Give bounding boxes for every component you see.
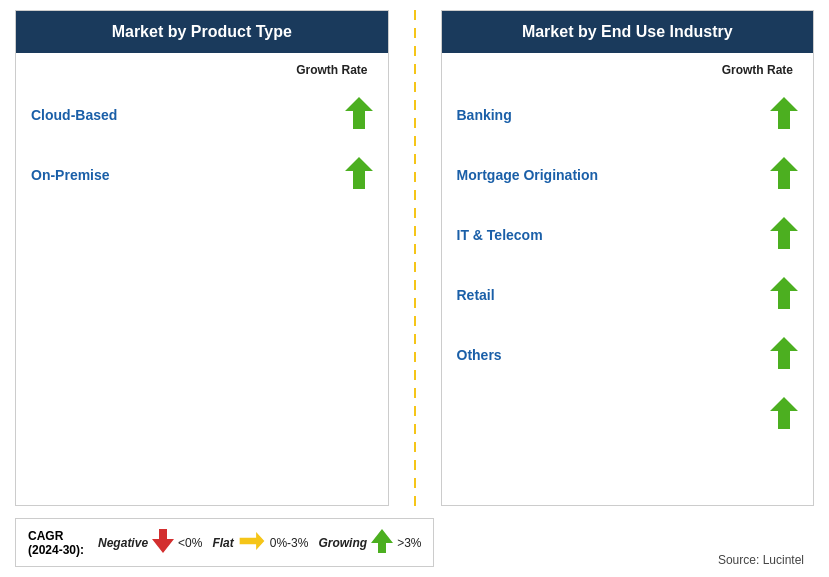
svg-marker-4 <box>770 217 798 249</box>
svg-marker-1 <box>345 157 373 189</box>
item-label-banking: Banking <box>457 107 512 123</box>
green-arrow-sm-icon <box>371 527 393 558</box>
list-item: IT & Telecom <box>457 205 799 265</box>
growing-label: Growing <box>318 536 367 550</box>
left-panel-title: Market by Product Type <box>16 11 388 53</box>
list-item: Cloud-Based <box>31 85 373 145</box>
source-label: Source: Lucintel <box>718 553 814 567</box>
left-growth-rate-label: Growth Rate <box>31 63 373 77</box>
right-panel: Market by End Use Industry Growth Rate B… <box>441 10 815 506</box>
item-label-retail: Retail <box>457 287 495 303</box>
panels-wrapper: Market by Product Type Growth Rate Cloud… <box>15 10 814 506</box>
flat-label: Flat <box>212 536 233 550</box>
legend-box: CAGR(2024-30): Negative <0% Flat <box>15 518 434 567</box>
bottom-section: CAGR(2024-30): Negative <0% Flat <box>15 510 814 567</box>
arrow-up-icon <box>770 215 798 255</box>
item-label-others: Others <box>457 347 502 363</box>
svg-marker-6 <box>770 337 798 369</box>
arrow-up-icon <box>770 335 798 375</box>
list-item: Retail <box>457 265 799 325</box>
arrow-up-icon <box>770 155 798 195</box>
right-panel-body: Growth Rate Banking Mortgage Origination <box>442 53 814 505</box>
main-container: Market by Product Type Growth Rate Cloud… <box>0 0 829 577</box>
list-item: Others <box>457 325 799 385</box>
left-panel: Market by Product Type Growth Rate Cloud… <box>15 10 389 506</box>
list-item: Banking <box>457 85 799 145</box>
right-panel-title: Market by End Use Industry <box>442 11 814 53</box>
svg-marker-8 <box>152 529 174 553</box>
cagr-label: CAGR(2024-30): <box>28 529 84 557</box>
item-label-it-telecom: IT & Telecom <box>457 227 543 243</box>
svg-marker-0 <box>345 97 373 129</box>
item-label-onpremise: On-Premise <box>31 167 110 183</box>
arrow-up-icon <box>770 95 798 135</box>
yellow-arrow-icon <box>238 530 266 555</box>
list-item <box>457 385 799 445</box>
arrow-up-icon <box>345 155 373 195</box>
legend-growing: Growing >3% <box>318 527 421 558</box>
svg-marker-7 <box>770 397 798 429</box>
flat-value: 0%-3% <box>270 536 309 550</box>
item-label-cloud: Cloud-Based <box>31 107 117 123</box>
legend-negative: Negative <0% <box>98 527 202 558</box>
red-arrow-icon <box>152 527 174 558</box>
dashed-divider <box>414 10 416 506</box>
list-item: Mortgage Origination <box>457 145 799 205</box>
svg-marker-3 <box>770 157 798 189</box>
right-growth-rate-label: Growth Rate <box>457 63 799 77</box>
svg-marker-10 <box>371 529 393 553</box>
item-label-mortgage: Mortgage Origination <box>457 167 599 183</box>
left-panel-body: Growth Rate Cloud-Based On-Premise <box>16 53 388 505</box>
growing-value: >3% <box>397 536 421 550</box>
arrow-up-icon <box>770 275 798 315</box>
svg-marker-2 <box>770 97 798 129</box>
negative-label: Negative <box>98 536 148 550</box>
negative-value: <0% <box>178 536 202 550</box>
legend-flat: Flat 0%-3% <box>212 530 308 555</box>
svg-marker-5 <box>770 277 798 309</box>
arrow-up-icon <box>345 95 373 135</box>
list-item: On-Premise <box>31 145 373 205</box>
arrow-up-icon <box>770 395 798 435</box>
svg-marker-9 <box>239 532 264 550</box>
